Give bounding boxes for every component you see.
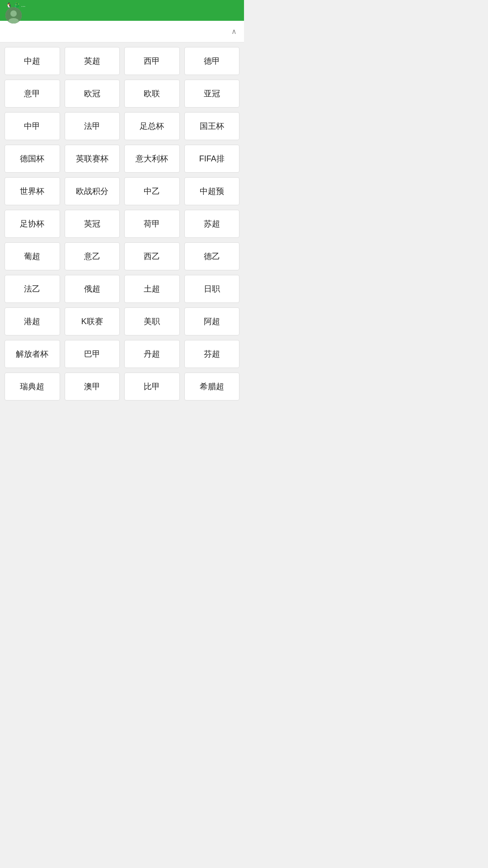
league-item-4[interactable]: 意甲 — [5, 80, 60, 108]
league-item-14[interactable]: 意大利杯 — [124, 145, 180, 173]
league-item-29[interactable]: 俄超 — [65, 275, 120, 303]
svg-point-1 — [10, 10, 17, 17]
league-item-15[interactable]: FIFA排 — [184, 145, 240, 173]
league-item-43[interactable]: 希腊超 — [184, 373, 240, 401]
league-item-28[interactable]: 法乙 — [5, 275, 60, 303]
avatar[interactable] — [5, 7, 22, 24]
league-item-33[interactable]: K联赛 — [65, 307, 120, 335]
league-item-18[interactable]: 中乙 — [124, 177, 180, 205]
league-item-30[interactable]: 土超 — [124, 275, 180, 303]
league-item-9[interactable]: 法甲 — [65, 112, 120, 140]
league-item-23[interactable]: 苏超 — [184, 210, 240, 238]
league-grid: 中超英超西甲德甲意甲欧冠欧联亚冠中甲法甲足总杯国王杯德国杯英联赛杯意大利杯FIF… — [5, 47, 239, 401]
league-item-27[interactable]: 德乙 — [184, 242, 240, 270]
status-icons: 🐧 🐉 ... — [6, 2, 25, 8]
league-item-25[interactable]: 意乙 — [65, 242, 120, 270]
league-item-19[interactable]: 中超预 — [184, 177, 240, 205]
league-item-24[interactable]: 葡超 — [5, 242, 60, 270]
status-bar: 🐧 🐉 ... — [0, 0, 244, 10]
league-item-2[interactable]: 西甲 — [124, 47, 180, 75]
league-item-35[interactable]: 阿超 — [184, 307, 240, 335]
league-item-21[interactable]: 英冠 — [65, 210, 120, 238]
league-item-3[interactable]: 德甲 — [184, 47, 240, 75]
league-item-1[interactable]: 英超 — [65, 47, 120, 75]
league-item-7[interactable]: 亚冠 — [184, 80, 240, 108]
league-item-6[interactable]: 欧联 — [124, 80, 180, 108]
league-item-37[interactable]: 巴甲 — [65, 340, 120, 368]
sort-bar[interactable]: ∧ — [0, 21, 244, 42]
league-item-38[interactable]: 丹超 — [124, 340, 180, 368]
league-item-16[interactable]: 世界杯 — [5, 177, 60, 205]
league-item-5[interactable]: 欧冠 — [65, 80, 120, 108]
league-item-42[interactable]: 比甲 — [124, 373, 180, 401]
league-item-40[interactable]: 瑞典超 — [5, 373, 60, 401]
league-item-39[interactable]: 芬超 — [184, 340, 240, 368]
chevron-up-icon[interactable]: ∧ — [231, 27, 237, 36]
league-item-31[interactable]: 日职 — [184, 275, 240, 303]
league-item-8[interactable]: 中甲 — [5, 112, 60, 140]
league-item-0[interactable]: 中超 — [5, 47, 60, 75]
league-item-20[interactable]: 足协杯 — [5, 210, 60, 238]
league-item-22[interactable]: 荷甲 — [124, 210, 180, 238]
league-item-36[interactable]: 解放者杯 — [5, 340, 60, 368]
league-item-26[interactable]: 西乙 — [124, 242, 180, 270]
league-grid-container: 中超英超西甲德甲意甲欧冠欧联亚冠中甲法甲足总杯国王杯德国杯英联赛杯意大利杯FIF… — [0, 42, 244, 405]
league-item-11[interactable]: 国王杯 — [184, 112, 240, 140]
league-item-34[interactable]: 美职 — [124, 307, 180, 335]
league-item-12[interactable]: 德国杯 — [5, 145, 60, 173]
app-header — [0, 10, 244, 21]
league-item-10[interactable]: 足总杯 — [124, 112, 180, 140]
league-item-32[interactable]: 港超 — [5, 307, 60, 335]
league-item-13[interactable]: 英联赛杯 — [65, 145, 120, 173]
league-item-17[interactable]: 欧战积分 — [65, 177, 120, 205]
league-item-41[interactable]: 澳甲 — [65, 373, 120, 401]
